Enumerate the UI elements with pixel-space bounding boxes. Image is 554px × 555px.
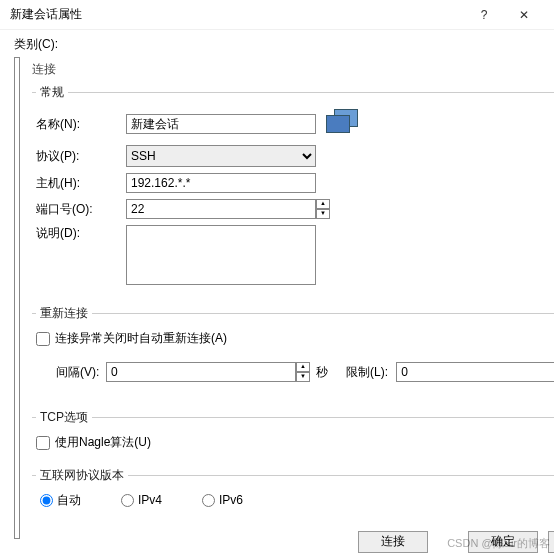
reconnect-legend: 重新连接 (36, 305, 92, 322)
general-legend: 常规 (36, 84, 68, 101)
limit-label: 限制(L): (346, 364, 396, 381)
tcp-group: TCP选项 使用Nagle算法(U) (32, 409, 554, 457)
limit-input[interactable] (396, 362, 554, 382)
ip-v4-label: IPv4 (138, 493, 162, 507)
protocol-select[interactable]: SSH (126, 145, 316, 167)
protocol-label: 协议(P): (36, 148, 126, 165)
ip-auto-radio[interactable] (40, 494, 53, 507)
desc-label: 说明(D): (36, 225, 126, 242)
desc-textarea[interactable] (126, 225, 316, 285)
title-bar: 新建会话属性 ? ✕ (0, 0, 554, 30)
name-input[interactable] (126, 114, 316, 134)
port-input[interactable] (126, 199, 316, 219)
interval-up[interactable]: ▲ (296, 362, 310, 372)
interval-input[interactable] (106, 362, 296, 382)
host-input[interactable] (126, 173, 316, 193)
help-button[interactable]: ? (464, 8, 504, 22)
auto-reconnect-checkbox[interactable] (36, 332, 50, 346)
reconnect-group: 重新连接 连接异常关闭时自动重新连接(A) 间隔(V): ▲▼ 秒 限制(L):… (32, 305, 554, 399)
ip-auto-label: 自动 (57, 492, 81, 509)
tcp-legend: TCP选项 (36, 409, 92, 426)
close-button[interactable]: ✕ (504, 8, 544, 22)
ip-v6-label: IPv6 (219, 493, 243, 507)
interval-label: 间隔(V): (56, 364, 106, 381)
window-title: 新建会话属性 (10, 6, 464, 23)
connect-button[interactable]: 连接 (358, 531, 428, 553)
ip-v4-radio[interactable] (121, 494, 134, 507)
port-label: 端口号(O): (36, 201, 126, 218)
category-tree[interactable]: -连接 -用户身份验证 登录提示符 登录脚本 -SSH 安全性 隧道 SFTP … (14, 57, 20, 539)
ipver-group: 互联网协议版本 自动 IPv4 IPv6 (32, 467, 554, 513)
monitor-icon (326, 109, 360, 139)
interval-down[interactable]: ▼ (296, 372, 310, 382)
name-label: 名称(N): (36, 116, 126, 133)
general-group: 常规 名称(N): 协议(P): SSH 主机(H): 端口号(O): ▲▼ (32, 84, 554, 295)
nagle-checkbox[interactable] (36, 436, 50, 450)
interval-unit: 秒 (316, 364, 328, 381)
panel-title: 连接 (32, 61, 554, 78)
auto-reconnect-label: 连接异常关闭时自动重新连接(A) (55, 330, 227, 347)
port-up[interactable]: ▲ (316, 199, 330, 209)
category-label: 类别(C): (0, 30, 554, 55)
watermark: CSDN @陈Sir的博客 (447, 536, 550, 551)
ip-v6-radio[interactable] (202, 494, 215, 507)
ipver-legend: 互联网协议版本 (36, 467, 128, 484)
nagle-label: 使用Nagle算法(U) (55, 434, 151, 451)
port-down[interactable]: ▼ (316, 209, 330, 219)
host-label: 主机(H): (36, 175, 126, 192)
